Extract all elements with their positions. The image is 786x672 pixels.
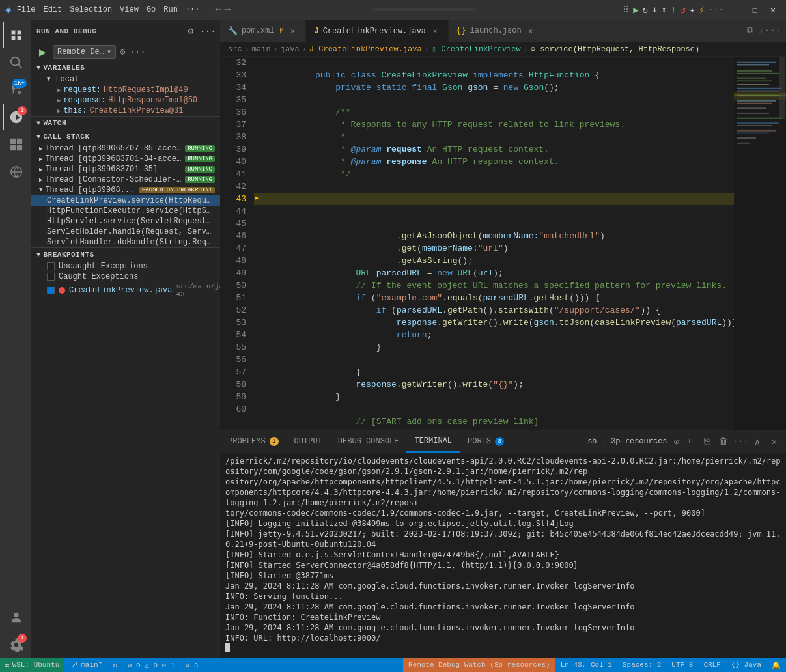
branch-status[interactable]: ⎇ main* — [64, 658, 107, 672]
remote-status[interactable]: ⇄ WSL: Ubuntu — [0, 658, 64, 672]
code-editor[interactable]: 32 33 34 35 36 37 38 39 40 41 42 43 44 4… — [220, 57, 786, 430]
debug-gear-btn[interactable]: ⚙ — [120, 46, 125, 57]
editor-layout-btn[interactable]: ⊟ — [756, 25, 761, 36]
tab-problems[interactable]: PROBLEMS 1 — [220, 430, 287, 453]
code-line-45: .getAsJsonObject(memberName:"matchedUrl"… — [254, 217, 734, 230]
tab-pom[interactable]: 🔧 pom.xml M ✕ — [220, 20, 306, 42]
bp-caught[interactable]: Caught Exceptions — [31, 272, 220, 282]
search-bar[interactable] — [372, 8, 476, 11]
tab-terminal[interactable]: TERMINAL — [406, 430, 460, 453]
bp-caught-checkbox[interactable] — [47, 273, 55, 281]
maximize-btn[interactable]: ☐ — [747, 2, 763, 18]
new-terminal-btn[interactable]: + — [683, 435, 696, 448]
menu-edit[interactable]: Edit — [43, 5, 62, 14]
step-out-icon[interactable]: ⬆ — [661, 5, 666, 16]
split-editor-btn[interactable]: ⧉ — [747, 25, 753, 36]
explorer-icon[interactable] — [3, 22, 29, 48]
lightning-icon[interactable]: ⚡ — [699, 5, 704, 16]
callstack-frame-3[interactable]: ServletHolder.handle(Request, Servlet — [31, 227, 220, 237]
watch-header[interactable]: WATCH — [31, 117, 220, 130]
callstack-frame-2[interactable]: HttpServlet.service(ServletRequest,S — [31, 216, 220, 227]
eol-status[interactable]: CRLF — [698, 658, 725, 672]
tab-debug-console[interactable]: DEBUG CONSOLE — [330, 430, 407, 453]
tab-createlinkpreview[interactable]: J CreateLinkPreview.java ✕ — [306, 20, 449, 42]
terminal-content[interactable]: /pierrick/.m2/repository/io/cloudevents/… — [220, 453, 786, 658]
terminal-more-btn[interactable]: ··· — [734, 435, 747, 448]
bp-file[interactable]: CreateLinkPreview.java src/main/java 43 — [31, 282, 220, 299]
settings-icon[interactable]: 1 — [3, 632, 29, 658]
terminal-line-8: INFO: Serving function... — [225, 591, 781, 602]
var-request[interactable]: ▶ request: HttpRequestImpl@49 — [36, 85, 220, 95]
var-response[interactable]: ▶ response: HttpResponseImpl@50 — [36, 95, 220, 105]
branch-icon[interactable]: ✦ — [690, 5, 695, 16]
extensions-icon[interactable] — [3, 132, 29, 158]
encoding-status[interactable]: UTF-8 — [666, 658, 698, 672]
bp-uncaught-checkbox[interactable] — [47, 262, 55, 270]
stop-icon[interactable]: ↺ — [680, 5, 685, 16]
sync-status[interactable]: ↻ — [107, 658, 122, 672]
indent-status[interactable]: Spaces: 2 — [617, 658, 666, 672]
source-control-icon[interactable]: 1K+ — [3, 77, 29, 103]
close-btn[interactable]: ✕ — [765, 2, 781, 18]
var-this[interactable]: ▶ this: CreateLinkPreview@31 — [36, 105, 220, 116]
tab-close-launch[interactable]: ✕ — [526, 25, 536, 36]
account-icon[interactable] — [3, 604, 29, 630]
kill-terminal-btn[interactable]: 🗑 — [717, 435, 730, 448]
thread-4-header[interactable]: ▶ Thread [Connector-Scheduler-... RUNNIN… — [31, 175, 220, 185]
variables-header[interactable]: VARIABLES — [31, 61, 220, 74]
menu-more[interactable]: ··· — [186, 5, 200, 14]
debug-icon[interactable]: 1 — [3, 104, 29, 130]
nav-back[interactable]: ← — [216, 4, 222, 16]
menu-selection[interactable]: Selection — [70, 5, 112, 14]
thread-5-header[interactable]: ▼ Thread [qtp39968... PAUSED ON BREAKPOI… — [31, 185, 220, 195]
nav-forward[interactable]: → — [224, 4, 231, 16]
line-numbers: 32 33 34 35 36 37 38 39 40 41 42 43 44 4… — [220, 57, 251, 430]
step-over-icon[interactable]: ↻ — [643, 5, 648, 16]
bp-file-checkbox[interactable] — [47, 287, 55, 294]
terminal-line-11: Jan 29, 2024 8:11:28 AM com.google.cloud… — [225, 623, 781, 633]
step-into-icon[interactable]: ⬇ — [652, 5, 657, 16]
search-icon[interactable] — [3, 49, 29, 76]
breakpoints-header[interactable]: BREAKPOINTS — [31, 248, 220, 261]
tab-output[interactable]: OUTPUT — [287, 430, 330, 453]
bp-uncaught[interactable]: Uncaught Exceptions — [31, 261, 220, 272]
source-control-badge: 1K+ — [12, 79, 27, 88]
thread-3-header[interactable]: ▶ Thread [qtp399683701-35] RUNNING — [31, 164, 220, 175]
more-actions[interactable]: ··· — [709, 5, 723, 15]
tab-close-create[interactable]: ✕ — [430, 26, 440, 36]
menu-file[interactable]: File — [17, 5, 36, 14]
thread-2-header[interactable]: ▶ Thread [qtp399683701-34-acce... RUNNIN… — [31, 154, 220, 164]
menu-view[interactable]: View — [120, 5, 139, 14]
remote-icon[interactable] — [3, 159, 29, 185]
minimize-btn[interactable]: — — [729, 2, 744, 18]
menu-run[interactable]: Run — [163, 5, 178, 14]
errors-status[interactable]: ⊘ 0 △ 0 ⊘ 1 — [122, 658, 180, 672]
callstack-frame-1[interactable]: HttpFunctionExecutor.service(HttpSer — [31, 206, 220, 216]
maximize-panel-btn[interactable]: ∧ — [751, 435, 764, 448]
debug-session-status[interactable]: Remote Debug Watch (3p-resources) — [403, 658, 555, 672]
tab-ports[interactable]: PORTS 3 — [460, 430, 512, 453]
restart-icon[interactable]: ↑ — [671, 5, 676, 15]
gear-settings-btn[interactable]: ⚙ — [184, 24, 198, 38]
callstack-header[interactable]: CALL STACK — [31, 130, 220, 143]
callstack-frame-4[interactable]: ServletHandler.doHandle(String,Reque — [31, 237, 220, 247]
notifications-btn[interactable]: 🔔 — [766, 658, 786, 672]
tab-launch[interactable]: {} launch.json ✕ — [449, 20, 544, 42]
tab-close-pom[interactable]: ✕ — [287, 25, 298, 36]
close-panel-btn[interactable]: ✕ — [768, 435, 781, 448]
debug-start-btn[interactable]: ▶ — [36, 46, 49, 59]
menu-go[interactable]: Go — [147, 5, 156, 14]
local-header[interactable]: ▼ Local — [36, 74, 220, 85]
split-terminal-btn[interactable]: ⎘ — [700, 435, 713, 448]
continue-icon[interactable]: ▶ — [633, 5, 638, 16]
debug-config-selector[interactable]: Remote De… ▾ — [53, 45, 116, 59]
more-actions-btn[interactable]: ··· — [201, 24, 215, 38]
tab-more-btn[interactable]: ··· — [765, 25, 781, 36]
debug-more-btn[interactable]: ··· — [130, 47, 146, 57]
cursor-position[interactable]: Ln 43, Col 1 — [555, 658, 617, 672]
thread-1-header[interactable]: ▶ Thread [qtp399065/07-35 acce... RUNNIN… — [31, 143, 220, 154]
language-status[interactable]: {} Java — [726, 658, 766, 672]
callstack-frame-0[interactable]: CreateLinkPreview.service(HttpReques — [31, 195, 220, 206]
ext-status[interactable]: ⚙ 3 — [180, 658, 204, 672]
status-bar: ⇄ WSL: Ubuntu ⎇ main* ↻ ⊘ 0 △ 0 ⊘ 1 ⚙ 3 … — [0, 658, 786, 672]
